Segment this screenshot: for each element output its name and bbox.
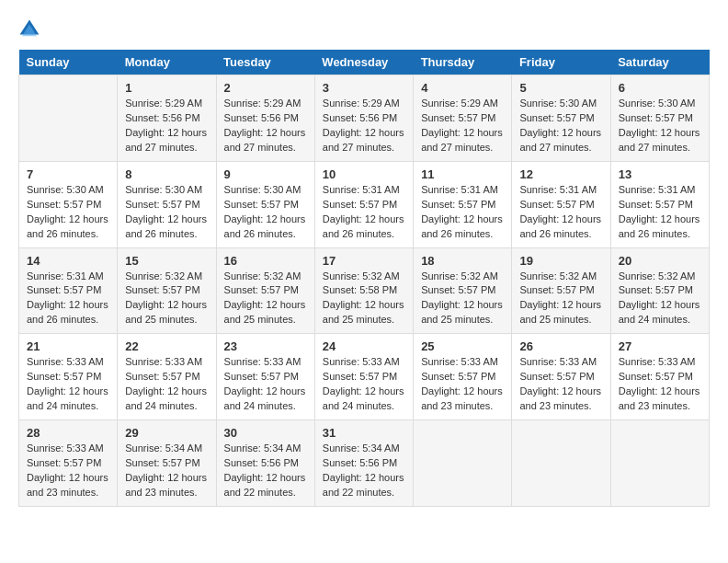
day-number: 21 xyxy=(27,339,109,353)
day-cell: 3Sunrise: 5:29 AM Sunset: 5:56 PM Daylig… xyxy=(314,75,413,162)
day-cell: 15Sunrise: 5:32 AM Sunset: 5:57 PM Dayli… xyxy=(118,247,216,334)
week-row: 21Sunrise: 5:33 AM Sunset: 5:57 PM Dayli… xyxy=(19,334,710,420)
day-content: Sunrise: 5:32 AM Sunset: 5:57 PM Dayligh… xyxy=(619,270,701,328)
day-number: 12 xyxy=(519,167,602,181)
day-content: Sunrise: 5:33 AM Sunset: 5:57 PM Dayligh… xyxy=(125,355,208,414)
day-number: 4 xyxy=(421,81,504,95)
day-cell: 13Sunrise: 5:31 AM Sunset: 5:57 PM Dayli… xyxy=(610,161,709,247)
day-number: 19 xyxy=(519,254,602,268)
day-cell: 17Sunrise: 5:32 AM Sunset: 5:58 PM Dayli… xyxy=(314,247,413,334)
day-cell: 12Sunrise: 5:31 AM Sunset: 5:57 PM Dayli… xyxy=(512,161,610,247)
day-number: 23 xyxy=(224,339,307,353)
day-number: 26 xyxy=(519,339,602,353)
day-content: Sunrise: 5:33 AM Sunset: 5:57 PM Dayligh… xyxy=(421,355,504,414)
day-content: Sunrise: 5:32 AM Sunset: 5:57 PM Dayligh… xyxy=(421,270,504,328)
day-number: 13 xyxy=(619,167,701,181)
day-cell: 26Sunrise: 5:33 AM Sunset: 5:57 PM Dayli… xyxy=(512,334,610,420)
day-content: Sunrise: 5:33 AM Sunset: 5:57 PM Dayligh… xyxy=(619,355,701,414)
day-content: Sunrise: 5:31 AM Sunset: 5:57 PM Dayligh… xyxy=(27,270,109,328)
day-cell: 27Sunrise: 5:33 AM Sunset: 5:57 PM Dayli… xyxy=(610,334,709,420)
day-content: Sunrise: 5:32 AM Sunset: 5:57 PM Dayligh… xyxy=(519,270,602,328)
day-number: 27 xyxy=(619,339,701,353)
day-content: Sunrise: 5:31 AM Sunset: 5:57 PM Dayligh… xyxy=(323,183,405,242)
day-cell: 4Sunrise: 5:29 AM Sunset: 5:57 PM Daylig… xyxy=(414,75,512,162)
week-row: 28Sunrise: 5:33 AM Sunset: 5:57 PM Dayli… xyxy=(19,420,710,507)
day-number: 3 xyxy=(323,81,405,95)
day-number: 10 xyxy=(323,167,405,181)
week-row: 1Sunrise: 5:29 AM Sunset: 5:56 PM Daylig… xyxy=(19,75,710,162)
day-cell: 18Sunrise: 5:32 AM Sunset: 5:57 PM Dayli… xyxy=(414,247,512,334)
day-content: Sunrise: 5:34 AM Sunset: 5:56 PM Dayligh… xyxy=(224,442,307,500)
day-content: Sunrise: 5:31 AM Sunset: 5:57 PM Dayligh… xyxy=(421,183,504,242)
day-cell xyxy=(414,420,512,507)
day-number: 6 xyxy=(619,81,701,95)
header-cell-tuesday: Tuesday xyxy=(216,50,314,75)
day-cell: 28Sunrise: 5:33 AM Sunset: 5:57 PM Dayli… xyxy=(19,420,118,507)
day-content: Sunrise: 5:33 AM Sunset: 5:57 PM Dayligh… xyxy=(224,355,307,414)
day-number: 14 xyxy=(27,254,109,268)
day-content: Sunrise: 5:30 AM Sunset: 5:57 PM Dayligh… xyxy=(519,97,602,155)
header-cell-thursday: Thursday xyxy=(414,50,512,75)
day-cell: 6Sunrise: 5:30 AM Sunset: 5:57 PM Daylig… xyxy=(610,75,709,162)
day-number: 18 xyxy=(421,254,504,268)
day-number: 17 xyxy=(323,254,405,268)
day-number: 7 xyxy=(27,167,109,181)
day-cell xyxy=(19,75,118,162)
day-number: 24 xyxy=(323,339,405,353)
day-number: 30 xyxy=(224,426,307,440)
day-content: Sunrise: 5:29 AM Sunset: 5:57 PM Dayligh… xyxy=(421,97,504,155)
day-cell: 30Sunrise: 5:34 AM Sunset: 5:56 PM Dayli… xyxy=(216,420,314,507)
day-number: 2 xyxy=(224,81,307,95)
day-number: 16 xyxy=(224,254,307,268)
day-cell: 25Sunrise: 5:33 AM Sunset: 5:57 PM Dayli… xyxy=(414,334,512,420)
day-cell: 1Sunrise: 5:29 AM Sunset: 5:56 PM Daylig… xyxy=(118,75,216,162)
header-cell-sunday: Sunday xyxy=(19,50,118,75)
day-number: 29 xyxy=(125,426,208,440)
day-content: Sunrise: 5:33 AM Sunset: 5:57 PM Dayligh… xyxy=(323,355,405,414)
day-cell: 10Sunrise: 5:31 AM Sunset: 5:57 PM Dayli… xyxy=(314,161,413,247)
day-content: Sunrise: 5:30 AM Sunset: 5:57 PM Dayligh… xyxy=(224,183,307,242)
day-cell: 29Sunrise: 5:34 AM Sunset: 5:57 PM Dayli… xyxy=(118,420,216,507)
day-content: Sunrise: 5:30 AM Sunset: 5:57 PM Dayligh… xyxy=(619,97,701,155)
day-cell xyxy=(512,420,610,507)
calendar-table: SundayMondayTuesdayWednesdayThursdayFrid… xyxy=(18,50,710,507)
day-number: 25 xyxy=(421,339,504,353)
day-cell: 24Sunrise: 5:33 AM Sunset: 5:57 PM Dayli… xyxy=(314,334,413,420)
day-cell: 22Sunrise: 5:33 AM Sunset: 5:57 PM Dayli… xyxy=(118,334,216,420)
day-number: 1 xyxy=(125,81,208,95)
day-number: 15 xyxy=(125,254,208,268)
day-cell xyxy=(610,420,709,507)
header-cell-friday: Friday xyxy=(512,50,610,75)
day-content: Sunrise: 5:34 AM Sunset: 5:57 PM Dayligh… xyxy=(125,442,208,500)
day-cell: 11Sunrise: 5:31 AM Sunset: 5:57 PM Dayli… xyxy=(414,161,512,247)
day-content: Sunrise: 5:30 AM Sunset: 5:57 PM Dayligh… xyxy=(125,183,208,242)
logo-icon xyxy=(18,18,40,40)
day-number: 28 xyxy=(27,426,109,440)
day-number: 5 xyxy=(519,81,602,95)
day-content: Sunrise: 5:34 AM Sunset: 5:56 PM Dayligh… xyxy=(323,442,405,500)
header-row: SundayMondayTuesdayWednesdayThursdayFrid… xyxy=(19,50,710,75)
day-content: Sunrise: 5:32 AM Sunset: 5:57 PM Dayligh… xyxy=(125,270,208,328)
day-content: Sunrise: 5:29 AM Sunset: 5:56 PM Dayligh… xyxy=(323,97,405,155)
day-content: Sunrise: 5:33 AM Sunset: 5:57 PM Dayligh… xyxy=(519,355,602,414)
header-cell-saturday: Saturday xyxy=(610,50,709,75)
day-cell: 21Sunrise: 5:33 AM Sunset: 5:57 PM Dayli… xyxy=(19,334,118,420)
day-cell: 8Sunrise: 5:30 AM Sunset: 5:57 PM Daylig… xyxy=(118,161,216,247)
day-cell: 2Sunrise: 5:29 AM Sunset: 5:56 PM Daylig… xyxy=(216,75,314,162)
day-content: Sunrise: 5:30 AM Sunset: 5:57 PM Dayligh… xyxy=(27,183,109,242)
header-cell-monday: Monday xyxy=(118,50,216,75)
day-number: 11 xyxy=(421,167,504,181)
week-row: 7Sunrise: 5:30 AM Sunset: 5:57 PM Daylig… xyxy=(19,161,710,247)
day-content: Sunrise: 5:29 AM Sunset: 5:56 PM Dayligh… xyxy=(125,97,208,155)
day-content: Sunrise: 5:32 AM Sunset: 5:58 PM Dayligh… xyxy=(323,270,405,328)
day-cell: 14Sunrise: 5:31 AM Sunset: 5:57 PM Dayli… xyxy=(19,247,118,334)
day-content: Sunrise: 5:32 AM Sunset: 5:57 PM Dayligh… xyxy=(224,270,307,328)
logo xyxy=(18,18,44,40)
day-content: Sunrise: 5:33 AM Sunset: 5:57 PM Dayligh… xyxy=(27,355,109,414)
day-content: Sunrise: 5:33 AM Sunset: 5:57 PM Dayligh… xyxy=(27,442,109,500)
day-number: 8 xyxy=(125,167,208,181)
day-cell: 5Sunrise: 5:30 AM Sunset: 5:57 PM Daylig… xyxy=(512,75,610,162)
day-cell: 19Sunrise: 5:32 AM Sunset: 5:57 PM Dayli… xyxy=(512,247,610,334)
day-cell: 31Sunrise: 5:34 AM Sunset: 5:56 PM Dayli… xyxy=(314,420,413,507)
day-number: 31 xyxy=(323,426,405,440)
